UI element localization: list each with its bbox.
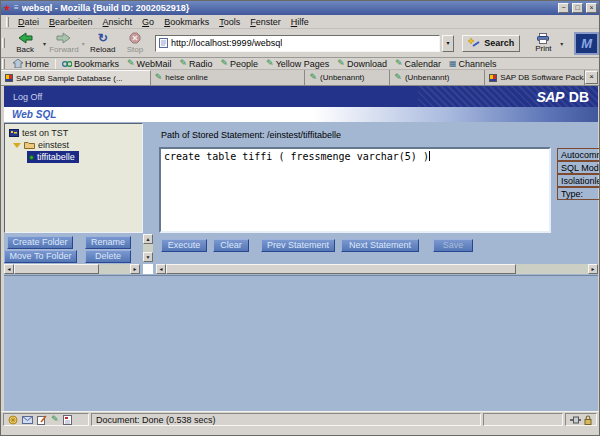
tab-sapdb-sample-database[interactable]: SAP DB Sample Database (...	[1, 70, 151, 85]
bookmark-icon: ✎	[127, 59, 135, 68]
navigator-icon[interactable]	[8, 415, 18, 425]
forward-arrow-icon	[56, 32, 71, 44]
vertical-scrollbar-track[interactable]	[143, 244, 153, 252]
horizontal-scrollbar-thumb[interactable]	[166, 264, 516, 274]
scroll-down-button[interactable]: ▼	[143, 252, 153, 262]
menu-bearbeiten[interactable]: Bearbeiten	[44, 16, 98, 28]
sapdb-logo: SAP DB	[536, 89, 589, 105]
window-title: websql - Mozilla {Build ID: 2002052918}	[22, 3, 555, 13]
composer-icon[interactable]	[37, 415, 47, 425]
menu-fenster[interactable]: Fenster	[245, 16, 286, 28]
people-bookmark[interactable]: ✎ People	[217, 59, 263, 69]
create-folder-button[interactable]: Create Folder	[7, 236, 73, 249]
tree-folder-einstest[interactable]: einstest	[5, 139, 142, 151]
bookmark-icon: ✎	[179, 59, 187, 68]
next-statement-button[interactable]: Next Statement	[341, 239, 419, 252]
search-button[interactable]: Search	[462, 35, 520, 52]
menu-hilfe[interactable]: Hilfe	[286, 16, 314, 28]
online-plug-icon[interactable]	[570, 416, 581, 424]
webmail-bookmark[interactable]: ✎ WebMail	[123, 59, 175, 69]
autocommit-label: Autocomm	[557, 148, 600, 161]
scroll-left-button[interactable]: ◄	[4, 264, 14, 274]
forward-dropdown[interactable]: ▾	[80, 40, 87, 47]
move-to-folder-button[interactable]: Move To Folder	[4, 250, 77, 263]
window-menu-icon[interactable]: ≡	[14, 4, 19, 12]
minimize-button[interactable]: −	[558, 3, 569, 13]
page-icon: ✎	[155, 73, 163, 82]
tree-item-row: tiffitabelle	[5, 151, 142, 163]
horizontal-scrollbar-thumb[interactable]	[14, 264, 99, 274]
close-button[interactable]: ×	[586, 3, 597, 13]
home-button[interactable]: Home	[9, 59, 53, 69]
horizontal-scrollbar-track[interactable]	[99, 264, 130, 274]
tab-sapdb-software-packages[interactable]: SAP DB Software Packages	[485, 70, 585, 85]
browser-window: ★ ≡ websql - Mozilla {Build ID: 20020529…	[0, 0, 600, 436]
bookmarks-folder-button[interactable]: Bookmarks	[58, 59, 123, 69]
clear-button[interactable]: Clear	[213, 239, 249, 252]
forward-button[interactable]: Forward	[48, 30, 80, 56]
reload-button[interactable]: ↻ Reload	[87, 30, 119, 56]
tab-unbenannt-2[interactable]: ✎ (Unbenannt)	[390, 70, 485, 85]
menu-datei[interactable]: Datei	[13, 16, 44, 28]
radio-bookmark[interactable]: ✎ Radio	[175, 59, 216, 69]
scroll-right-button[interactable]: ►	[588, 264, 598, 274]
close-tab-button[interactable]: ×	[585, 71, 598, 84]
channels-icon: ▦	[449, 60, 457, 68]
log-off-link[interactable]: Log Off	[13, 92, 42, 102]
page-icon: ✎	[394, 73, 402, 82]
tab-unbenannt-1[interactable]: ✎ (Unbenannt)	[305, 70, 390, 85]
stop-button[interactable]: Stop	[119, 30, 151, 56]
toolbar-grippy[interactable]	[2, 59, 5, 69]
tab-heise-online[interactable]: ✎ heise online	[151, 70, 306, 85]
restore-button[interactable]: □	[572, 3, 583, 13]
delete-button[interactable]: Delete	[85, 250, 131, 263]
scroll-up-button[interactable]: ▲	[143, 234, 153, 244]
tree-root[interactable]: test on TST	[5, 127, 142, 139]
address-book-icon[interactable]: ✎	[51, 415, 59, 424]
stored-statement-path: Path of Stored Statement: /einstest/tiff…	[161, 130, 341, 140]
tree-item-tiffitabelle[interactable]: tiffitabelle	[27, 151, 79, 163]
calendar-bookmark[interactable]: ✎ Calendar	[391, 59, 445, 69]
horizontal-scrollbar-track[interactable]	[516, 264, 588, 274]
sql-mode-label: SQL Mode	[557, 161, 600, 174]
expanded-twisty-icon[interactable]	[13, 143, 21, 148]
rename-button[interactable]: Rename	[85, 236, 131, 249]
back-button[interactable]: Back	[9, 30, 41, 56]
search-icon	[468, 38, 481, 48]
menu-go[interactable]: Go	[137, 16, 159, 28]
prev-statement-button[interactable]: Prev Statement	[261, 239, 335, 252]
status-message-cell: Document: Done (0.538 secs)	[91, 413, 481, 426]
scroll-right-button[interactable]: ►	[130, 264, 140, 274]
print-button[interactable]: Print	[528, 30, 558, 56]
menu-ansicht[interactable]: Ansicht	[98, 16, 138, 28]
folder-icon	[24, 141, 35, 149]
yellow-pages-bookmark[interactable]: ✎ Yellow Pages	[262, 59, 333, 69]
menu-tools[interactable]: Tools	[214, 16, 245, 28]
save-button[interactable]: Save	[433, 239, 473, 252]
status-spare-cell	[483, 413, 563, 426]
print-dropdown[interactable]: ▾	[559, 40, 566, 47]
execute-button[interactable]: Execute	[161, 239, 207, 252]
scroll-left-button[interactable]: ◄	[156, 264, 166, 274]
security-lock-icon[interactable]	[584, 415, 592, 425]
scrollbar-corner	[143, 264, 153, 274]
app-header: Log Off SAP DB	[4, 86, 598, 107]
toolbar-grippy[interactable]	[2, 38, 5, 48]
download-bookmark[interactable]: ✎ Download	[333, 59, 391, 69]
toolbar-grippy[interactable]	[6, 17, 9, 27]
mozilla-throbber-icon[interactable]: M	[574, 32, 599, 55]
back-dropdown[interactable]: ▾	[41, 40, 48, 47]
menu-bookmarks[interactable]: Bookmarks	[159, 16, 214, 28]
url-input[interactable]: http://localhost:9999/websql	[171, 38, 282, 48]
app-icon: ★	[3, 4, 11, 13]
history-icon[interactable]	[63, 415, 72, 425]
status-security-cell	[565, 413, 597, 426]
mail-icon[interactable]	[22, 416, 33, 424]
url-bar[interactable]: http://localhost:9999/websql	[155, 35, 440, 52]
channels-bookmark[interactable]: ▦ Channels	[445, 59, 501, 69]
page-icon: ✎	[309, 73, 317, 82]
result-frame	[4, 275, 598, 411]
toolbar-separator	[55, 59, 56, 69]
sql-statement-textarea[interactable]: create table tiffi ( fressmenge varchar(…	[159, 147, 551, 233]
url-history-dropdown[interactable]: ▾	[442, 35, 454, 52]
